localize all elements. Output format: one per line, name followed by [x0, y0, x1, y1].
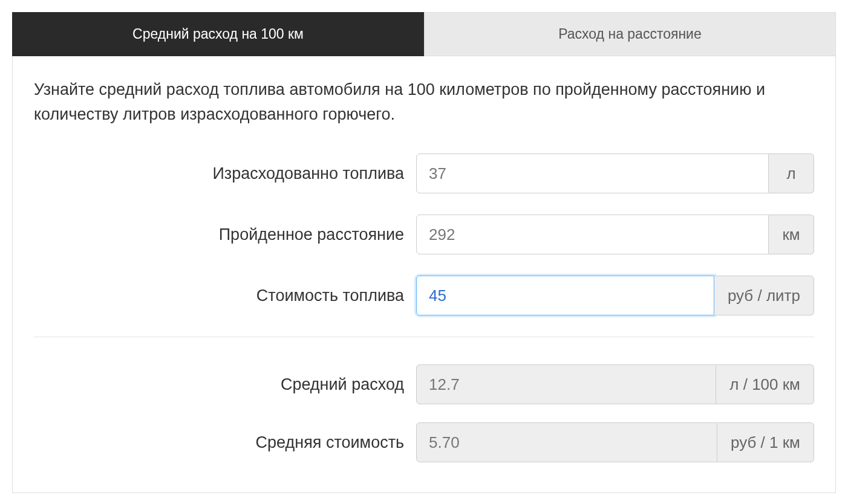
divider — [34, 337, 814, 337]
avg-cost-output — [416, 422, 717, 462]
tab-avg-consumption[interactable]: Средний расход на 100 км — [12, 12, 424, 56]
fuel-used-label: Израсходованно топлива — [34, 164, 416, 183]
avg-consumption-label: Средний расход — [34, 375, 416, 394]
fuel-cost-label: Стоимость топлива — [34, 286, 416, 305]
distance-input[interactable] — [416, 215, 769, 254]
fuel-cost-unit: руб / литр — [714, 276, 814, 315]
avg-cost-unit: руб / 1 км — [717, 422, 814, 462]
fuel-used-input[interactable] — [416, 153, 769, 193]
avg-consumption-unit: л / 100 км — [716, 364, 814, 404]
fuel-cost-input[interactable] — [416, 276, 714, 315]
avg-consumption-output — [416, 364, 716, 404]
tab-bar: Средний расход на 100 км Расход на расст… — [12, 12, 836, 56]
fuel-used-unit: л — [769, 153, 814, 193]
tab-distance-consumption[interactable]: Расход на расстояние — [424, 12, 836, 56]
distance-label: Пройденное расстояние — [34, 225, 416, 244]
avg-cost-label: Средняя стоимость — [34, 433, 416, 452]
distance-unit: км — [769, 215, 814, 254]
content-panel: Узнайте средний расход топлива автомобил… — [12, 56, 836, 493]
description-text: Узнайте средний расход топлива автомобил… — [34, 77, 814, 126]
